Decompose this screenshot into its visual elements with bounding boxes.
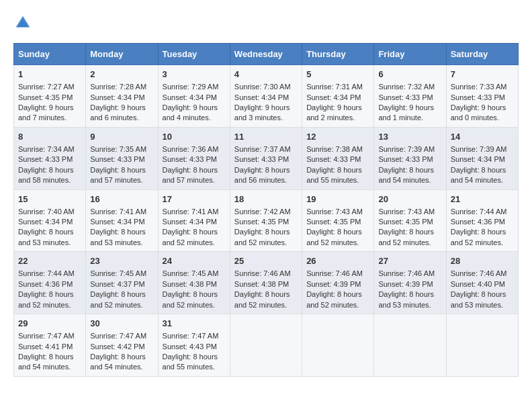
- logo-icon: [13, 13, 32, 32]
- calendar-cell: 4Sunrise: 7:30 AMSunset: 4:34 PMDaylight…: [230, 65, 302, 128]
- sunrise-text: Sunrise: 7:39 AM: [378, 145, 435, 153]
- day-number: 26: [306, 255, 369, 267]
- sunset-text: Sunset: 4:34 PM: [18, 218, 73, 226]
- sunset-text: Sunset: 4:38 PM: [163, 280, 217, 288]
- calendar-cell: 5Sunrise: 7:31 AMSunset: 4:34 PMDaylight…: [302, 65, 374, 128]
- daylight-text: Daylight: 9 hours and 2 minutes.: [306, 103, 362, 122]
- calendar-cell: [230, 314, 302, 377]
- day-number: 25: [234, 255, 298, 267]
- calendar-cell: 15Sunrise: 7:40 AMSunset: 4:34 PMDayligh…: [14, 189, 86, 252]
- sunset-text: Sunset: 4:40 PM: [451, 280, 505, 288]
- sunset-text: Sunset: 4:35 PM: [234, 218, 289, 226]
- daylight-text: Daylight: 8 hours and 52 minutes.: [163, 228, 218, 246]
- sunrise-text: Sunrise: 7:41 AM: [90, 208, 146, 216]
- calendar-cell: 18Sunrise: 7:42 AMSunset: 4:35 PMDayligh…: [230, 189, 302, 252]
- daylight-text: Daylight: 8 hours and 57 minutes.: [163, 166, 218, 184]
- sunset-text: Sunset: 4:34 PM: [163, 218, 217, 226]
- sunrise-text: Sunrise: 7:46 AM: [451, 269, 507, 277]
- calendar-table: SundayMondayTuesdayWednesdayThursdayFrid…: [13, 43, 519, 377]
- day-number: 23: [90, 255, 153, 267]
- sunrise-text: Sunrise: 7:33 AM: [451, 83, 507, 91]
- sunset-text: Sunset: 4:39 PM: [378, 280, 433, 288]
- calendar-week-row: 29Sunrise: 7:47 AMSunset: 4:41 PMDayligh…: [14, 314, 519, 377]
- daylight-text: Daylight: 8 hours and 54 minutes.: [451, 166, 506, 184]
- sunrise-text: Sunrise: 7:45 AM: [90, 269, 146, 277]
- day-number: 1: [18, 68, 81, 81]
- day-number: 31: [163, 318, 226, 330]
- daylight-text: Daylight: 8 hours and 52 minutes.: [451, 228, 506, 246]
- sunset-text: Sunset: 4:33 PM: [18, 155, 73, 163]
- daylight-text: Daylight: 9 hours and 7 minutes.: [18, 103, 74, 122]
- sunrise-text: Sunrise: 7:42 AM: [234, 208, 291, 216]
- sunrise-text: Sunrise: 7:46 AM: [378, 269, 435, 277]
- calendar-cell: 23Sunrise: 7:45 AMSunset: 4:37 PMDayligh…: [86, 252, 158, 314]
- sunrise-text: Sunrise: 7:41 AM: [163, 208, 219, 216]
- calendar-cell: 16Sunrise: 7:41 AMSunset: 4:34 PMDayligh…: [86, 189, 158, 252]
- calendar-cell: 9Sunrise: 7:35 AMSunset: 4:33 PMDaylight…: [86, 127, 158, 189]
- daylight-text: Daylight: 8 hours and 55 minutes.: [163, 353, 218, 371]
- calendar-header-friday: Friday: [374, 44, 446, 65]
- sunrise-text: Sunrise: 7:28 AM: [90, 83, 146, 91]
- sunrise-text: Sunrise: 7:44 AM: [18, 269, 75, 277]
- sunset-text: Sunset: 4:33 PM: [451, 93, 505, 101]
- calendar-cell: 25Sunrise: 7:46 AMSunset: 4:38 PMDayligh…: [230, 252, 302, 314]
- sunrise-text: Sunrise: 7:47 AM: [163, 332, 219, 340]
- sunset-text: Sunset: 4:34 PM: [90, 93, 144, 101]
- daylight-text: Daylight: 8 hours and 55 minutes.: [306, 166, 362, 184]
- sunrise-text: Sunrise: 7:46 AM: [234, 269, 291, 277]
- sunrise-text: Sunrise: 7:29 AM: [163, 83, 219, 91]
- calendar-cell: 29Sunrise: 7:47 AMSunset: 4:41 PMDayligh…: [14, 314, 86, 377]
- day-number: 15: [18, 193, 81, 205]
- daylight-text: Daylight: 8 hours and 52 minutes.: [234, 228, 290, 246]
- daylight-text: Daylight: 8 hours and 54 minutes.: [18, 353, 74, 371]
- sunrise-text: Sunrise: 7:39 AM: [451, 145, 507, 153]
- day-number: 7: [451, 68, 514, 81]
- sunrise-text: Sunrise: 7:31 AM: [306, 83, 363, 91]
- calendar-cell: 3Sunrise: 7:29 AMSunset: 4:34 PMDaylight…: [158, 65, 230, 128]
- calendar-cell: 21Sunrise: 7:44 AMSunset: 4:36 PMDayligh…: [446, 189, 518, 252]
- day-number: 24: [163, 255, 226, 267]
- calendar-cell: 12Sunrise: 7:38 AMSunset: 4:33 PMDayligh…: [302, 127, 374, 189]
- sunrise-text: Sunrise: 7:35 AM: [90, 145, 146, 153]
- daylight-text: Daylight: 8 hours and 52 minutes.: [306, 228, 362, 246]
- day-number: 5: [306, 68, 369, 81]
- calendar-cell: 24Sunrise: 7:45 AMSunset: 4:38 PMDayligh…: [158, 252, 230, 314]
- page-header: [13, 13, 519, 32]
- sunset-text: Sunset: 4:42 PM: [90, 342, 144, 351]
- sunset-text: Sunset: 4:36 PM: [451, 218, 505, 226]
- daylight-text: Daylight: 8 hours and 53 minutes.: [451, 290, 506, 308]
- day-number: 2: [90, 68, 153, 81]
- daylight-text: Daylight: 8 hours and 52 minutes.: [18, 290, 74, 308]
- day-number: 6: [378, 68, 441, 81]
- sunrise-text: Sunrise: 7:27 AM: [18, 83, 75, 91]
- sunset-text: Sunset: 4:36 PM: [18, 280, 73, 288]
- daylight-text: Daylight: 8 hours and 53 minutes.: [378, 290, 434, 308]
- sunset-text: Sunset: 4:38 PM: [234, 280, 289, 288]
- logo: [13, 13, 35, 32]
- calendar-cell: 19Sunrise: 7:43 AMSunset: 4:35 PMDayligh…: [302, 189, 374, 252]
- day-number: 8: [18, 131, 81, 143]
- daylight-text: Daylight: 9 hours and 0 minutes.: [451, 103, 506, 122]
- daylight-text: Daylight: 8 hours and 57 minutes.: [90, 166, 146, 184]
- sunset-text: Sunset: 4:34 PM: [234, 93, 289, 101]
- calendar-header-saturday: Saturday: [446, 44, 518, 65]
- calendar-header-monday: Monday: [86, 44, 158, 65]
- calendar-header-tuesday: Tuesday: [158, 44, 230, 65]
- day-number: 20: [378, 193, 441, 205]
- day-number: 12: [306, 131, 369, 143]
- sunrise-text: Sunrise: 7:37 AM: [234, 145, 291, 153]
- daylight-text: Daylight: 8 hours and 58 minutes.: [18, 166, 74, 184]
- daylight-text: Daylight: 8 hours and 54 minutes.: [378, 166, 434, 184]
- calendar-cell: 1Sunrise: 7:27 AMSunset: 4:35 PMDaylight…: [14, 65, 86, 128]
- sunset-text: Sunset: 4:33 PM: [378, 155, 433, 163]
- sunrise-text: Sunrise: 7:45 AM: [163, 269, 219, 277]
- sunset-text: Sunset: 4:34 PM: [90, 218, 144, 226]
- calendar-cell: 17Sunrise: 7:41 AMSunset: 4:34 PMDayligh…: [158, 189, 230, 252]
- sunset-text: Sunset: 4:35 PM: [378, 218, 433, 226]
- day-number: 27: [378, 255, 441, 267]
- calendar-cell: [374, 314, 446, 377]
- sunrise-text: Sunrise: 7:34 AM: [18, 145, 75, 153]
- sunrise-text: Sunrise: 7:30 AM: [234, 83, 291, 91]
- daylight-text: Daylight: 9 hours and 3 minutes.: [234, 103, 290, 122]
- calendar-body: 1Sunrise: 7:27 AMSunset: 4:35 PMDaylight…: [14, 65, 519, 377]
